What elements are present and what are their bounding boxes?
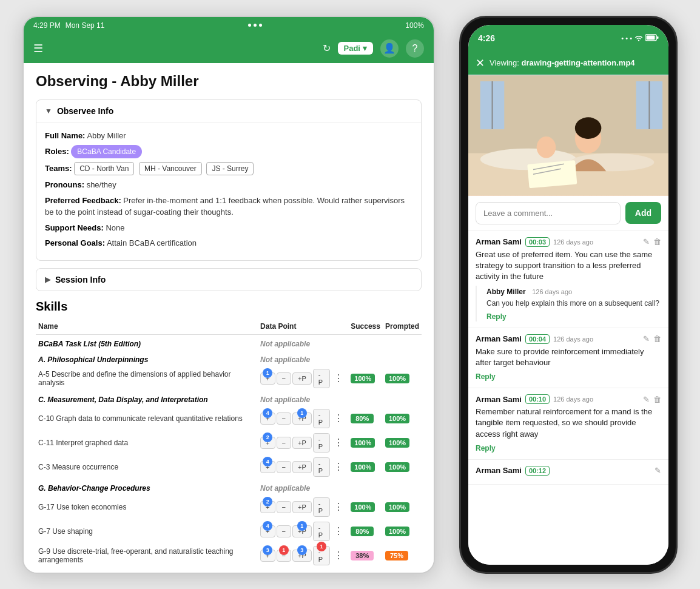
minus-p-button[interactable]: -P [313,369,331,388]
tablet-header: ☰ ↻ Padi ▾ 👤 ? [24,34,434,63]
count-badge: 4 [263,408,272,418]
timestamp-badge[interactable]: 00:03 [525,237,550,247]
timestamp-badge[interactable]: 00:10 [525,394,550,404]
minus-p-button[interactable]: -P [313,433,331,453]
comment-actions: ✎ 🗑 [643,237,661,246]
skill-success: 100% [348,495,383,519]
plus-p-button[interactable]: 1+P [292,525,312,537]
reply-button[interactable]: Reply [476,372,496,381]
reply-button[interactable]: Reply [476,444,496,453]
more-icon[interactable]: ⋮ [331,412,346,424]
plus-p-button[interactable]: +P [292,372,312,385]
skill-prompted [383,479,422,495]
minus-p-button[interactable]: -P [313,409,331,428]
session-info-header[interactable]: ▶ Session Info [36,269,421,291]
plus-button[interactable]: 2+ [260,437,275,449]
more-icon[interactable]: ⋮ [331,550,346,561]
dots-icon: • • • [621,35,632,42]
minus-button[interactable]: − [277,461,291,473]
plus-button[interactable]: 4+ [260,412,275,425]
observee-info-header[interactable]: ▼ Observee Info [36,100,421,122]
video-thumbnail[interactable] [468,75,668,196]
skill-data-point: Not applicable [258,479,348,495]
teams-label: Teams: [45,164,72,173]
support-needs-value: None [106,223,124,232]
col-datapoint: Data Point [258,318,348,335]
minus-p-button[interactable]: -P [313,457,331,477]
refresh-icon[interactable]: ↻ [323,42,331,54]
minus-button[interactable]: − [277,501,291,513]
video-filename: drawing-getting-attention.mp4 [522,58,635,67]
reply-text: Can you help explain this more on a subs… [486,298,661,309]
minus-button[interactable]: − [277,412,291,425]
skill-prompted [383,334,422,351]
comment-input[interactable] [476,202,621,224]
success-badge: 80% [351,527,374,536]
user-icon-button[interactable]: 👤 [380,39,399,58]
plus-p-button[interactable]: +P [292,461,312,473]
plus-button[interactable]: 2+ [260,501,275,513]
reply-button[interactable]: Reply [486,312,506,321]
teams-row: Teams: CD - North Van MH - Vancouver JS … [45,162,412,175]
user-badge[interactable]: Padi ▾ [338,42,373,55]
minus-button[interactable]: − [277,372,291,385]
reply-section: Abby Miller 126 days ago Can you help ex… [476,286,661,321]
comment-actions: ✎ [655,466,661,475]
skills-title: Skills [36,300,422,314]
prompted-badge: 100% [385,527,409,536]
delete-icon[interactable]: 🗑 [653,334,661,343]
minus-button[interactable]: 1− [277,550,291,562]
edit-icon[interactable]: ✎ [655,466,661,475]
edit-icon[interactable]: ✎ [643,395,650,404]
team-tag-3: JS - Surrey [206,162,254,175]
prompted-badge: 100% [385,374,409,383]
minus-button[interactable]: − [277,437,291,449]
timestamp-badge[interactable]: 00:04 [525,334,550,344]
count-badge: 1 [279,545,289,555]
user-label: Padi [344,44,360,53]
roles-label: Roles: [45,147,69,156]
support-needs-label: Support Needs: [45,223,104,232]
minus-button[interactable]: − [277,525,291,537]
delete-icon[interactable]: 🗑 [653,237,661,246]
plus-button[interactable]: 1+ [260,372,275,385]
plus-p-button[interactable]: +P [292,501,312,513]
add-comment-button[interactable]: Add [625,202,661,224]
plus-button[interactable]: 4+ [260,525,275,537]
timestamp-badge[interactable]: 00:12 [525,466,550,476]
more-icon[interactable]: ⋮ [331,461,346,473]
plus-p-button[interactable]: 3+P [292,550,312,562]
comment-item: Arman Sami 00:12 ✎ [468,460,668,485]
delete-icon[interactable]: 🗑 [653,395,661,404]
skill-data-point: 4+ − +P -P ⋮ [258,455,348,479]
close-button[interactable]: ✕ [476,56,485,70]
plus-button[interactable]: 3+ [260,550,275,562]
minus-p-button[interactable]: -P [313,497,331,517]
hamburger-icon[interactable]: ☰ [33,42,43,55]
prompted-badge: 100% [385,502,409,512]
plus-button[interactable]: 4+ [260,461,275,473]
skill-data-point: Not applicable [258,334,348,351]
help-icon-button[interactable]: ? [406,39,424,58]
plus-p-button[interactable]: 1+P [292,412,312,425]
data-btn-group: 4+ − 1+P -P ⋮ [260,522,346,541]
plus-p-button[interactable]: +P [292,437,312,449]
skill-prompted: 100% [383,406,422,431]
more-icon[interactable]: ⋮ [331,437,346,448]
edit-icon[interactable]: ✎ [643,237,650,246]
minus-p-button[interactable]: 1-P [313,546,331,565]
preferred-feedback-label: Preferred Feedback: [45,196,121,205]
comment-item: Arman Sami 00:10 126 days ago ✎ 🗑 Rememb… [468,388,668,460]
minus-p-button[interactable]: -P [313,522,331,541]
more-icon[interactable]: ⋮ [331,525,346,537]
edit-icon[interactable]: ✎ [643,334,650,343]
reply-time: 126 days ago [532,288,572,295]
more-icon[interactable]: ⋮ [331,372,346,384]
comment-item: Arman Sami 00:03 126 days ago ✎ 🗑 Great … [468,231,668,328]
commenter-name: Arman Sami [476,466,522,475]
col-prompted: Prompted [383,318,422,335]
table-row: C-3 Measure occurrence 4+ − +P -P ⋮ 100% [36,455,422,479]
chevron-down-icon: ▼ [45,107,52,115]
more-icon[interactable]: ⋮ [331,501,346,513]
tablet-time: 4:29 PM [33,21,61,30]
